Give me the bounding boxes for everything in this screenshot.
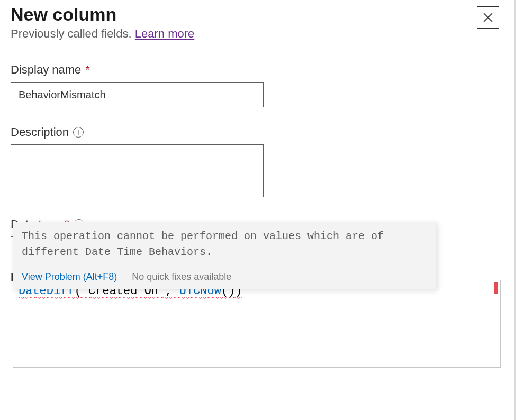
subtitle-text: Previously called fields. (11, 27, 135, 40)
minimap-error-marker (494, 282, 498, 294)
close-button[interactable] (477, 6, 499, 29)
formula-editor[interactable]: DateDiff('Created On', UTCNow()) (13, 280, 501, 368)
close-icon (483, 13, 493, 22)
info-icon[interactable]: i (73, 127, 84, 138)
page-title: New column (11, 4, 194, 25)
description-group: Description i (11, 125, 503, 199)
problem-popover: This operation cannot be performed on va… (13, 222, 436, 289)
problem-message: This operation cannot be performed on va… (13, 222, 436, 266)
display-name-input[interactable] (11, 82, 264, 107)
required-mark: * (85, 63, 90, 77)
description-input[interactable] (11, 144, 264, 197)
display-name-label: Display name (11, 63, 81, 77)
page-subtitle: Previously called fields. Learn more (11, 27, 194, 41)
view-problem-link[interactable]: View Problem (Alt+F8) (22, 271, 117, 282)
no-quick-fixes-text: No quick fixes available (132, 271, 231, 282)
description-label: Description (11, 125, 69, 139)
data-type-group: Data type * i F This operation cannot be… (11, 217, 503, 247)
learn-more-link[interactable]: Learn more (135, 27, 195, 40)
display-name-group: Display name * (11, 63, 503, 107)
